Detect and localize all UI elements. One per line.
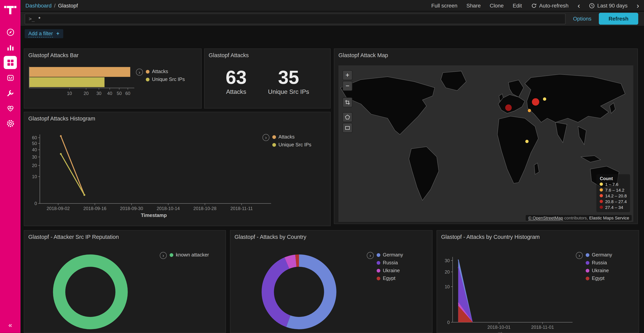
attack-location-dot[interactable]: [505, 104, 512, 111]
axis-tick-label: 40: [107, 91, 112, 96]
attack-location-dot[interactable]: [532, 98, 539, 106]
legend-item[interactable]: known attacker: [170, 252, 209, 258]
attack-location-dot[interactable]: [525, 140, 528, 143]
legend-toggle-icon[interactable]: ›: [136, 69, 143, 76]
legend-item[interactable]: Ukraine: [586, 268, 612, 273]
legend-label: known attacker: [176, 252, 209, 258]
data-point[interactable]: [60, 153, 62, 155]
mask-icon: [6, 74, 14, 82]
map-legend-row: 14.2 – 20.8: [600, 193, 627, 198]
legend-item[interactable]: Attacks: [146, 69, 185, 74]
edit-button[interactable]: Edit: [513, 3, 522, 9]
top-nav: Dashboard / Glastopf Full screen Share C…: [20, 0, 644, 12]
axis-title: Timestamp: [498, 331, 524, 333]
clock-icon: [589, 3, 595, 9]
metric-unique-src-ips: 35 Unique Src IPs: [268, 68, 309, 95]
legend-label: 20.8 – 27.4: [605, 199, 627, 204]
legend-toggle-icon[interactable]: ›: [160, 252, 167, 259]
refresh-cycle-icon: [531, 3, 537, 9]
axis-tick-label: 2018-10-14: [156, 206, 180, 211]
share-button[interactable]: Share: [466, 3, 481, 9]
sidebar-item-tpot[interactable]: [4, 71, 17, 84]
time-next-icon[interactable]: ›: [636, 2, 639, 10]
time-prev-icon[interactable]: ‹: [578, 2, 580, 10]
legend-item[interactable]: Ukraine: [376, 268, 403, 273]
attack-location-dot[interactable]: [528, 109, 531, 112]
sidebar-item-dashboard[interactable]: [4, 56, 17, 69]
legend: › Attacks Unique Src IPs: [262, 134, 311, 148]
legend-color-dot: [376, 276, 380, 280]
bar[interactable]: [29, 77, 104, 87]
add-filter-button[interactable]: Add a filter +: [25, 29, 63, 38]
auto-refresh-button[interactable]: Auto-refresh: [531, 3, 568, 9]
axis-tick-label: 20: [32, 163, 37, 168]
clone-button[interactable]: Clone: [490, 3, 504, 9]
elastic-maps-link[interactable]: Elastic Maps Service: [589, 215, 629, 220]
time-range-picker[interactable]: Last 90 days: [589, 3, 628, 9]
attribution-text: contributors,: [564, 215, 588, 220]
sidebar-item-dev-tools[interactable]: [4, 86, 17, 100]
attacks-bar-chart: 102030405060: [28, 66, 138, 104]
sidebar-item-visualize[interactable]: [4, 41, 17, 54]
legend-label: 7.6 – 14.2: [605, 187, 624, 192]
legend-label: Egypt: [592, 275, 604, 281]
breadcrumb-separator: /: [54, 3, 56, 9]
refresh-button[interactable]: Refresh: [599, 13, 638, 25]
legend-item[interactable]: Unique Src IPs: [272, 142, 312, 148]
rectangle-icon: [344, 125, 350, 131]
full-screen-button[interactable]: Full screen: [431, 3, 457, 9]
draw-rectangle-button[interactable]: [342, 123, 352, 133]
breadcrumb-dashboard-link[interactable]: Dashboard: [26, 3, 52, 9]
donut-slice[interactable]: [296, 261, 299, 261]
donut-slice[interactable]: [59, 261, 122, 323]
legend-item[interactable]: Russia: [586, 260, 612, 265]
panel-title: Glastopf - Attacker Src IP Reputation: [28, 234, 119, 240]
data-point[interactable]: [84, 194, 85, 196]
line-series[interactable]: [61, 154, 84, 195]
draw-polygon-button[interactable]: [342, 112, 352, 122]
data-point[interactable]: [60, 135, 62, 137]
donut-slice[interactable]: [288, 261, 330, 323]
attack-location-dot[interactable]: [543, 97, 546, 101]
legend-toggle-icon[interactable]: ›: [367, 252, 374, 259]
legend-item[interactable]: Egypt: [376, 275, 403, 281]
zoom-in-button[interactable]: +: [342, 70, 352, 80]
crop-icon: [344, 100, 350, 105]
legend-toggle-icon[interactable]: ›: [262, 134, 269, 141]
bar[interactable]: [29, 67, 130, 77]
axis-title: Timestamp: [141, 213, 167, 218]
sidebar-item-discover[interactable]: [4, 26, 17, 39]
country-donut-chart: [260, 253, 338, 331]
fit-data-bounds-button[interactable]: [342, 97, 352, 107]
search-input[interactable]: >_ *: [25, 14, 566, 24]
options-link[interactable]: Options: [573, 16, 592, 22]
legend-toggle-icon[interactable]: ›: [576, 252, 583, 259]
legend-item[interactable]: Egypt: [586, 275, 612, 281]
legend-item[interactable]: Unique Src IPs: [146, 77, 185, 82]
legend-item[interactable]: Germany: [586, 252, 612, 258]
axis-tick-label: 20: [445, 269, 450, 274]
legend-item[interactable]: Germany: [376, 252, 403, 258]
metric-attacks: 63 Attacks: [226, 68, 247, 95]
line-series[interactable]: [61, 136, 84, 195]
axis-tick-label: 2018-09-16: [84, 206, 106, 211]
legend: › Attacks Unique Src IPs: [136, 69, 185, 82]
panel-title: Glastopf - Attacks by Country Histogram: [441, 234, 540, 240]
attack-map[interactable]: + −: [338, 65, 634, 222]
donut-slice[interactable]: [287, 261, 296, 263]
legend-item[interactable]: Attacks: [272, 134, 312, 140]
donut-slice[interactable]: [268, 263, 288, 321]
sidebar-item-management[interactable]: [4, 117, 17, 130]
zoom-out-button[interactable]: −: [342, 81, 352, 91]
panel-attacks-bar: Glastopf Attacks Bar 102030405060 › Atta…: [24, 49, 202, 109]
telekom-logo[interactable]: [4, 3, 17, 17]
map-legend-rows: 1 – 7.67.6 – 14.214.2 – 20.820.8 – 27.42…: [600, 182, 627, 210]
legend: › known attacker: [160, 252, 209, 259]
sidebar-collapse-icon[interactable]: «: [8, 321, 12, 329]
telekom-t-icon: [4, 3, 17, 17]
openstreetmap-link[interactable]: © OpenStreetMap: [528, 215, 563, 220]
sidebar-item-monitoring[interactable]: [4, 102, 17, 115]
legend-color-dot: [146, 78, 150, 81]
legend-item[interactable]: Russia: [376, 260, 403, 265]
legend-label: Germany: [383, 252, 403, 258]
